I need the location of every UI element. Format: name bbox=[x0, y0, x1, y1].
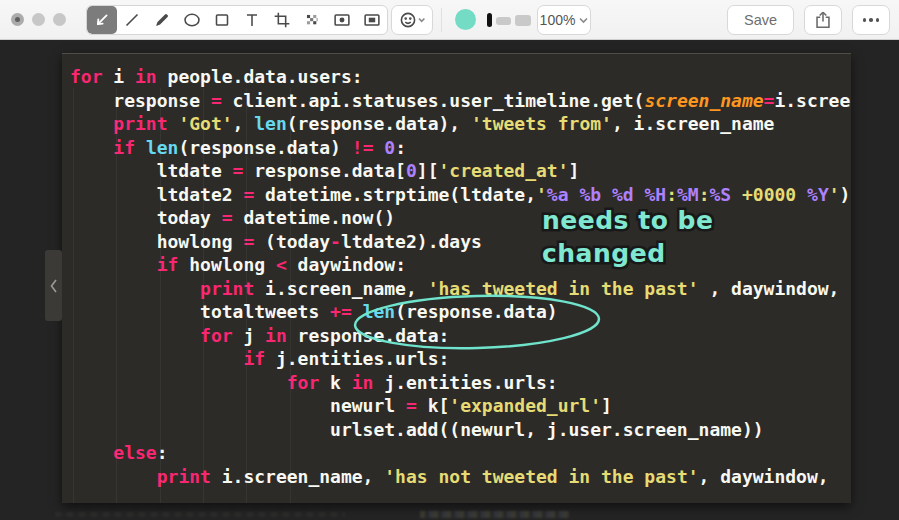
save-button[interactable]: Save bbox=[727, 5, 794, 35]
chevron-left-icon bbox=[48, 278, 59, 294]
code-line: today = datetime.now() bbox=[70, 206, 851, 230]
tool-line-button[interactable] bbox=[117, 6, 147, 34]
emoji-sticker-button[interactable] bbox=[391, 5, 433, 35]
callout-tool-icon bbox=[361, 9, 383, 31]
share-icon bbox=[812, 9, 834, 31]
sidebar-collapse-handle[interactable] bbox=[45, 250, 62, 321]
indent-guide bbox=[160, 88, 161, 503]
window-fullscreen-button[interactable] bbox=[53, 13, 66, 26]
annotation-canvas[interactable]: for i in people.data.users: response = c… bbox=[0, 41, 899, 520]
indent-guide bbox=[203, 88, 204, 503]
code-line: urlset.add((newurl, j.user.screen_name)) bbox=[70, 418, 851, 442]
code-line: response = client.api.statuses.user_time… bbox=[70, 89, 851, 113]
code-line: if j.entities.urls: bbox=[70, 347, 851, 371]
code-block: for i in people.data.users: response = c… bbox=[70, 65, 851, 488]
share-button[interactable] bbox=[804, 5, 842, 35]
indent-guide bbox=[290, 88, 291, 503]
chevron-down-icon bbox=[579, 17, 588, 24]
background-artifact bbox=[420, 511, 570, 518]
code-line: for j in response.data: bbox=[70, 324, 851, 348]
code-line: print i.screen_name, 'has not tweeted in… bbox=[70, 465, 851, 489]
window-minimize-button[interactable] bbox=[32, 13, 45, 26]
zoom-level-dropdown[interactable]: 100% bbox=[537, 5, 591, 35]
toolbar-divider bbox=[441, 8, 442, 32]
code-line: ltdate2 = datetime.strptime(ltdate,'%a %… bbox=[70, 183, 851, 207]
tool-rectangle-button[interactable] bbox=[207, 6, 237, 34]
indent-guide bbox=[73, 88, 74, 503]
code-line: else: bbox=[70, 441, 851, 465]
code-line: howlong = (today-ltdate2).days bbox=[70, 230, 851, 254]
text-tool-icon bbox=[241, 9, 263, 31]
chevron-down-icon bbox=[419, 19, 424, 22]
crop-tool-icon bbox=[271, 9, 293, 31]
rectangle-tool-icon bbox=[211, 9, 233, 31]
text-annotation-line: changed bbox=[542, 237, 713, 270]
code-line: for i in people.data.users: bbox=[70, 65, 851, 89]
indent-guide bbox=[246, 88, 247, 503]
slider-track-thin bbox=[496, 17, 511, 25]
ellipsis-icon bbox=[863, 18, 880, 22]
arrow-tool-icon bbox=[91, 9, 113, 31]
tool-arrow-button[interactable] bbox=[87, 6, 117, 34]
text-annotation[interactable]: needs to be changed bbox=[542, 204, 713, 270]
tool-crop-button[interactable] bbox=[267, 6, 297, 34]
ellipse-tool-icon bbox=[181, 9, 203, 31]
smiley-icon bbox=[401, 13, 414, 26]
tool-text-button[interactable] bbox=[237, 6, 267, 34]
stroke-width-slider[interactable] bbox=[485, 12, 533, 28]
more-options-button[interactable] bbox=[852, 5, 890, 35]
color-swatch[interactable] bbox=[455, 9, 476, 30]
drawing-tool-group bbox=[86, 5, 388, 35]
tool-pixelate-button[interactable] bbox=[297, 6, 327, 34]
code-line: if len(response.data) != 0: bbox=[70, 136, 851, 160]
code-line: print 'Got', len(response.data), 'tweets… bbox=[70, 112, 851, 136]
code-line: for k in j.entities.urls: bbox=[70, 371, 851, 395]
background-artifact bbox=[55, 512, 345, 517]
slider-track-thick bbox=[515, 15, 531, 26]
pixelate-tool-icon bbox=[301, 9, 323, 31]
slider-handle[interactable] bbox=[487, 13, 492, 27]
window-close-button[interactable] bbox=[11, 13, 24, 26]
code-line: totaltweets += len(response.data) bbox=[70, 300, 851, 324]
toolbar: 100% Save bbox=[0, 0, 899, 40]
tool-spotlight-button[interactable] bbox=[327, 6, 357, 34]
screenshot-annotation-app: 100% Save for i in peop bbox=[0, 0, 899, 520]
line-tool-icon bbox=[121, 9, 143, 31]
code-line: if howlong < daywindow: bbox=[70, 253, 851, 277]
zoom-level-value: 100% bbox=[540, 12, 576, 28]
tool-ellipse-button[interactable] bbox=[177, 6, 207, 34]
indent-guide bbox=[116, 88, 117, 503]
text-annotation-line: needs to be bbox=[542, 204, 713, 237]
save-button-label: Save bbox=[744, 12, 777, 28]
code-line: newurl = k['expanded_url'] bbox=[70, 394, 851, 418]
code-line: ltdate = response.data[0]['created_at'] bbox=[70, 159, 851, 183]
tool-callout-button[interactable] bbox=[357, 6, 387, 34]
tool-marker-button[interactable] bbox=[147, 6, 177, 34]
screenshot-image-code: for i in people.data.users: response = c… bbox=[62, 53, 851, 503]
marker-tool-icon bbox=[151, 9, 173, 31]
spotlight-tool-icon bbox=[331, 9, 353, 31]
code-line: print i.screen_name, 'has tweeted in the… bbox=[70, 277, 851, 301]
